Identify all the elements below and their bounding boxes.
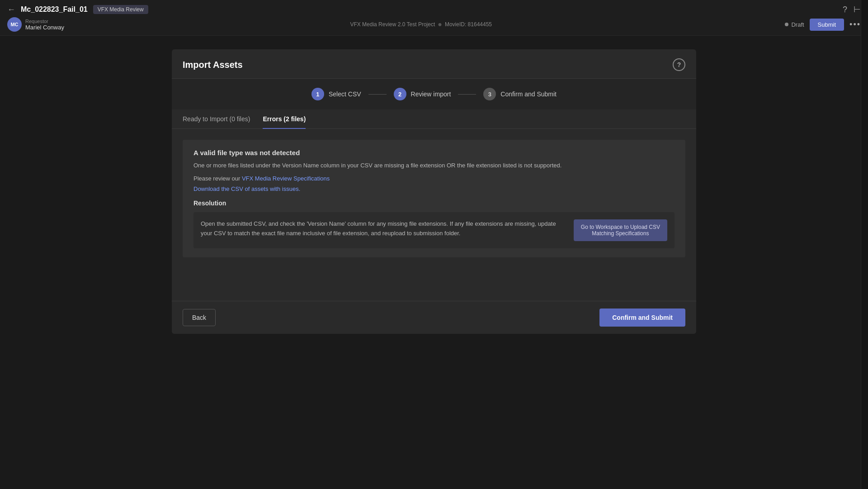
modal-header: Import Assets ? <box>172 49 696 79</box>
review-prefix: Please review our <box>193 175 242 182</box>
step-1-label: Select CSV <box>329 90 361 98</box>
review-link[interactable]: VFX Media Review Specifications <box>242 175 330 182</box>
movie-id: MovieID: 81644455 <box>445 21 492 28</box>
resolution-box: Open the submitted CSV, and check the 'V… <box>193 212 675 248</box>
step-3-number: 3 <box>488 91 491 98</box>
step-divider-2 <box>458 94 476 95</box>
page-body: Import Assets ? 1 Select CSV 2 Review im… <box>0 36 868 347</box>
user-name: Mariel Conway <box>25 24 64 31</box>
back-button[interactable]: Back <box>183 309 216 326</box>
draft-label-text: Draft <box>791 21 804 28</box>
error-description: One or more files listed under the Versi… <box>193 161 675 171</box>
draft-status: Draft <box>785 21 804 28</box>
step-2: 2 Review import <box>394 88 451 100</box>
top-bar: ← Mc_022823_Fail_01 VFX Media Review ? ⊢… <box>0 0 868 36</box>
user-role: Requestor <box>25 19 64 24</box>
download-csv-link[interactable]: Download the CSV of assets with issues. <box>193 185 675 192</box>
error-title: A valid file type was not detected <box>193 149 675 157</box>
user-info: Requestor Mariel Conway <box>25 19 64 31</box>
collapse-icon[interactable]: ⊢ <box>854 5 861 14</box>
more-options-icon[interactable]: ••• <box>849 20 861 29</box>
step-3-circle: 3 <box>483 88 496 100</box>
step-1-circle: 1 <box>311 88 324 100</box>
top-row: ← Mc_022823_Fail_01 VFX Media Review ? ⊢ <box>0 0 868 17</box>
step-1-number: 1 <box>316 91 319 98</box>
error-box: A valid file type was not detected One o… <box>183 140 685 257</box>
top-bar-right: ? ⊢ <box>843 5 861 14</box>
step-1: 1 Select CSV <box>311 88 361 100</box>
project-title: Mc_022823_Fail_01 <box>21 5 88 14</box>
back-arrow-icon[interactable]: ← <box>7 5 15 14</box>
tab-errors[interactable]: Errors (2 files) <box>263 110 306 129</box>
import-assets-modal: Import Assets ? 1 Select CSV 2 Review im… <box>172 49 696 334</box>
sub-project-info: VFX Media Review 2.0 Test Project <box>350 21 435 28</box>
resolution-text: Open the submitted CSV, and check the 'V… <box>201 219 565 238</box>
workspace-button[interactable]: Go to Workspace to Upload CSV Matching S… <box>574 219 667 241</box>
draft-dot-icon <box>785 23 788 26</box>
step-divider-1 <box>368 94 387 95</box>
step-2-circle: 2 <box>394 88 406 100</box>
right-panel-edge <box>861 0 868 489</box>
step-3-label: Confirm and Submit <box>500 90 557 98</box>
submit-top-button[interactable]: Submit <box>810 19 844 31</box>
modal-help-icon[interactable]: ? <box>673 58 685 71</box>
tabs: Ready to Import (0 files) Errors (2 file… <box>172 109 696 129</box>
vfx-tag-badge: VFX Media Review <box>93 5 148 14</box>
help-icon[interactable]: ? <box>843 5 847 14</box>
resolution-title: Resolution <box>193 199 675 207</box>
step-2-label: Review import <box>411 90 451 98</box>
review-text-row: Please review our VFX Media Review Speci… <box>193 175 675 182</box>
content-area: A valid file type was not detected One o… <box>172 129 696 301</box>
separator-dot: ● <box>438 20 442 28</box>
modal-footer: Back Confirm and Submit <box>172 301 696 334</box>
step-2-number: 2 <box>398 91 401 98</box>
modal-title: Import Assets <box>183 60 243 70</box>
stepper: 1 Select CSV 2 Review import 3 Confirm a… <box>172 79 696 109</box>
avatar: MC <box>7 17 22 32</box>
tab-ready-to-import[interactable]: Ready to Import (0 files) <box>183 110 250 129</box>
top-bar-left: ← Mc_022823_Fail_01 VFX Media Review <box>7 5 148 14</box>
confirm-submit-button[interactable]: Confirm and Submit <box>599 309 685 327</box>
step-3: 3 Confirm and Submit <box>483 88 557 100</box>
